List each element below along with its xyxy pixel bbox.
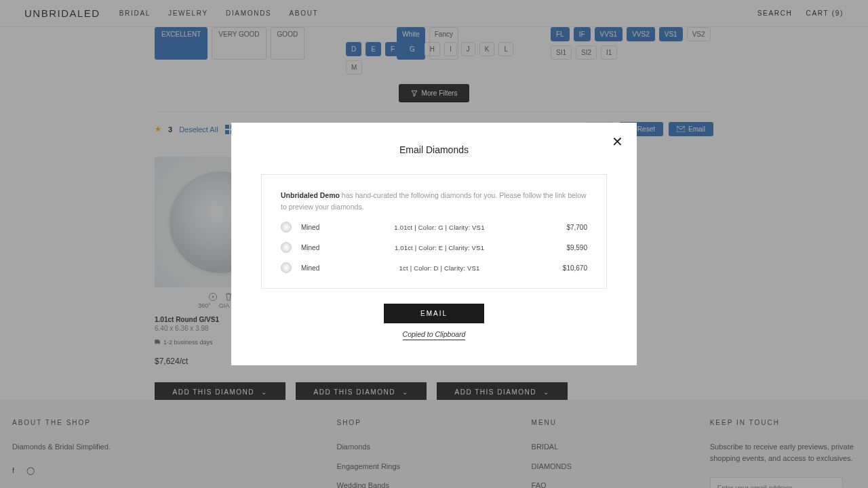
diamond-spec: 1ct | Color: D | Clarity: VS1	[342, 264, 537, 272]
email-diamonds-modal: ✕ Email Diamonds Unbridaled Demo has han…	[231, 123, 637, 366]
send-email-button[interactable]: EMAIL	[384, 304, 484, 323]
diamond-row: Mined 1ct | Color: D | Clarity: VS1 $10,…	[281, 262, 587, 273]
diamond-type: Mined	[301, 264, 332, 272]
copied-status[interactable]: Copied to Clipboard	[261, 330, 607, 338]
diamond-price: $10,670	[547, 264, 587, 272]
diamond-price: $7,700	[547, 224, 587, 231]
modal-overlay[interactable]: ✕ Email Diamonds Unbridaled Demo has han…	[0, 0, 868, 488]
diamond-type: Mined	[301, 224, 332, 231]
email-preview-box: Unbridaled Demo has hand-curated the fol…	[261, 174, 607, 289]
diamond-price: $9,590	[547, 244, 587, 251]
diamond-thumb-icon	[281, 222, 292, 232]
diamond-thumb-icon	[281, 262, 292, 273]
close-icon[interactable]: ✕	[612, 134, 623, 150]
modal-title: Email Diamonds	[261, 144, 607, 155]
diamond-type: Mined	[301, 244, 332, 251]
diamond-spec: 1.01ct | Color: E | Clarity: VS1	[342, 244, 537, 251]
diamond-spec: 1.01ct | Color: G | Clarity: VS1	[342, 224, 537, 231]
preview-sender: Unbridaled Demo	[281, 191, 340, 199]
diamond-thumb-icon	[281, 242, 292, 253]
diamond-row: Mined 1.01ct | Color: E | Clarity: VS1 $…	[281, 242, 587, 253]
diamond-row: Mined 1.01ct | Color: G | Clarity: VS1 $…	[281, 222, 587, 232]
